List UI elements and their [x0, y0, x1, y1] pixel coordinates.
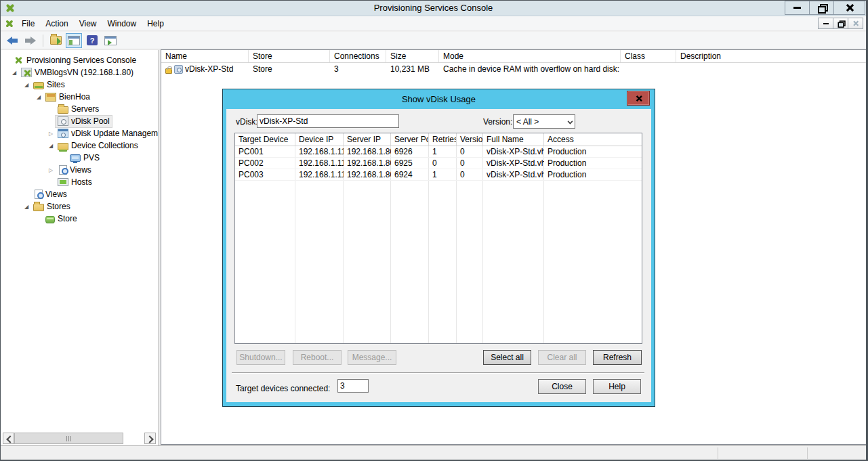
- back-arrow-icon: [7, 37, 18, 45]
- tree-item-vdisk-pool[interactable]: vDisk Pool: [1, 115, 158, 127]
- menu-view[interactable]: View: [74, 17, 102, 30]
- expander-open-icon[interactable]: ◢: [22, 82, 31, 88]
- dialog-close-button[interactable]: [627, 91, 650, 106]
- back-button[interactable]: [4, 33, 20, 48]
- mdi-restore-icon: [838, 20, 844, 26]
- close-icon: [846, 4, 853, 12]
- usage-table-row[interactable]: PC002192.168.1.115192.168.1.80692500vDis…: [235, 158, 642, 169]
- tree-item-label: Device Collections: [71, 140, 138, 152]
- forward-button[interactable]: [22, 33, 39, 48]
- tree-item-views[interactable]: ▷Views: [1, 164, 158, 176]
- tree-item-label: Provisioning Services Console: [26, 55, 136, 66]
- menu-items: FileActionViewWindowHelp: [16, 17, 169, 30]
- show-window-button[interactable]: [102, 33, 119, 48]
- select-all-button[interactable]: Select all: [483, 350, 531, 365]
- restore-icon: [818, 4, 826, 12]
- dialog-help-button[interactable]: Help: [593, 379, 641, 394]
- dialog-title-bar: Show vDisk Usage: [226, 89, 651, 109]
- dialog-separator: [232, 372, 644, 374]
- tree-item-label: Sites: [47, 79, 65, 91]
- usage-cell-access: Production: [544, 158, 642, 169]
- usage-column-header-target-device[interactable]: Target Device: [235, 133, 295, 146]
- tree-item-hosts[interactable]: Hosts: [1, 176, 158, 188]
- tree-item-provisioning-services-console[interactable]: Provisioning Services Console: [1, 54, 158, 66]
- console-tree-pane: Provisioning Services Console◢VMBlogsVN …: [1, 50, 159, 445]
- menu-window[interactable]: Window: [102, 17, 142, 30]
- expander-open-icon[interactable]: ◢: [9, 70, 19, 76]
- tree-item-views[interactable]: Views: [1, 188, 158, 200]
- vdisk-field[interactable]: [257, 114, 399, 128]
- tree-item-bienhoa[interactable]: ◢BienHoa: [1, 91, 158, 103]
- expander-open-icon[interactable]: ◢: [34, 94, 43, 100]
- target-devices-connected-field[interactable]: [337, 379, 369, 393]
- tree-item-pvs[interactable]: PVS: [1, 152, 158, 164]
- expander-closed-icon[interactable]: ▷: [46, 131, 56, 137]
- usage-cell-server-ip: 192.168.1.80: [344, 169, 391, 180]
- usage-cell-server-ip: 192.168.1.80: [344, 158, 391, 169]
- list-item[interactable]: vDisk-XP-StdStore310,231 MBCache in devi…: [161, 63, 866, 76]
- refresh-button[interactable]: Refresh: [593, 350, 642, 365]
- dialog-close-action-button[interactable]: Close: [538, 379, 586, 394]
- menu-action[interactable]: Action: [40, 17, 73, 30]
- tree-item-content: vDisk Pool: [56, 116, 112, 127]
- version-select[interactable]: < All >: [513, 114, 575, 129]
- toolbar-separator: [43, 35, 43, 47]
- usage-column-header-version[interactable]: Version: [457, 133, 483, 146]
- tree-item-content: Hosts: [56, 177, 94, 188]
- usage-cell-full-name: vDisk-XP-Std.vhd: [483, 158, 544, 169]
- tree-item-vdisk-update-management[interactable]: ▷vDisk Update Management: [1, 127, 158, 139]
- scroll-left-icon[interactable]: [3, 433, 14, 444]
- expander-open-icon[interactable]: ◢: [22, 204, 31, 210]
- menu-file[interactable]: File: [16, 17, 40, 30]
- column-header-store[interactable]: Store: [249, 50, 330, 62]
- usage-table-row[interactable]: PC001192.168.1.114192.168.1.80692610vDis…: [235, 146, 642, 158]
- mdi-close-button[interactable]: [848, 18, 863, 29]
- mdi-child-icon: [5, 19, 14, 28]
- vdisk-label: vDisk:: [236, 115, 258, 129]
- column-header-size[interactable]: Size: [386, 50, 439, 62]
- usage-column-header-server-ip[interactable]: Server IP: [344, 133, 391, 146]
- usage-column-header-full-name[interactable]: Full Name: [483, 133, 544, 146]
- tree-item-store[interactable]: Store: [1, 213, 158, 225]
- status-bar: [1, 445, 866, 460]
- tree-horizontal-scrollbar[interactable]: [3, 433, 156, 444]
- help-button[interactable]: [84, 33, 100, 48]
- column-header-description[interactable]: Description: [676, 50, 866, 62]
- usage-column-header-access[interactable]: Access: [544, 133, 642, 146]
- tree-item-sites[interactable]: ◢Sites: [1, 79, 158, 91]
- minimize-button[interactable]: [785, 1, 810, 15]
- column-header-class[interactable]: Class: [621, 50, 676, 62]
- show-hide-tree-button[interactable]: [66, 33, 82, 48]
- tree-item-content: Views: [31, 189, 69, 200]
- dialog-body: vDisk: Version: < All > Target DeviceDev…: [226, 109, 651, 402]
- usage-column-header-device-ip[interactable]: Device IP: [295, 133, 344, 146]
- usage-column-header-retries[interactable]: Retries: [429, 133, 457, 146]
- column-header-mode[interactable]: Mode: [439, 50, 621, 62]
- scroll-right-icon[interactable]: [144, 433, 156, 444]
- expander-closed-icon[interactable]: ▷: [46, 167, 56, 173]
- tree-item-content: PVS: [68, 152, 102, 164]
- folder-icon: [58, 106, 68, 114]
- column-header-connections[interactable]: Connections: [330, 50, 386, 62]
- tree-item-content: VMBlogsVN (192.168.1.80): [19, 67, 136, 79]
- mdi-minimize-button[interactable]: [818, 18, 833, 29]
- console-tree-icon: [68, 36, 80, 45]
- scrollbar-thumb[interactable]: [14, 433, 123, 444]
- usage-column-header-server-port[interactable]: Server Port: [391, 133, 429, 146]
- tree-item-device-collections[interactable]: ◢Device Collections: [1, 139, 158, 152]
- usage-table-row[interactable]: PC003192.168.1.116192.168.1.80692410vDis…: [235, 169, 642, 181]
- close-button[interactable]: [833, 1, 865, 15]
- scrollbar-track[interactable]: [14, 433, 144, 444]
- views-icon: [35, 190, 43, 199]
- column-header-name[interactable]: Name: [161, 50, 249, 62]
- tree-item-vmblogsvn-192-168-1-80[interactable]: ◢VMBlogsVN (192.168.1.80): [1, 66, 158, 79]
- restore-button[interactable]: [809, 1, 834, 15]
- mdi-restore-button[interactable]: [833, 18, 848, 29]
- tree-item-stores[interactable]: ◢Stores: [1, 200, 158, 213]
- tree-item-servers[interactable]: Servers: [1, 103, 158, 115]
- tree-item-label: BienHoa: [59, 91, 90, 103]
- menu-help[interactable]: Help: [142, 17, 169, 30]
- usage-cell-server-port: 6924: [391, 169, 429, 180]
- export-list-button[interactable]: [47, 33, 64, 48]
- expander-open-icon[interactable]: ◢: [46, 143, 56, 149]
